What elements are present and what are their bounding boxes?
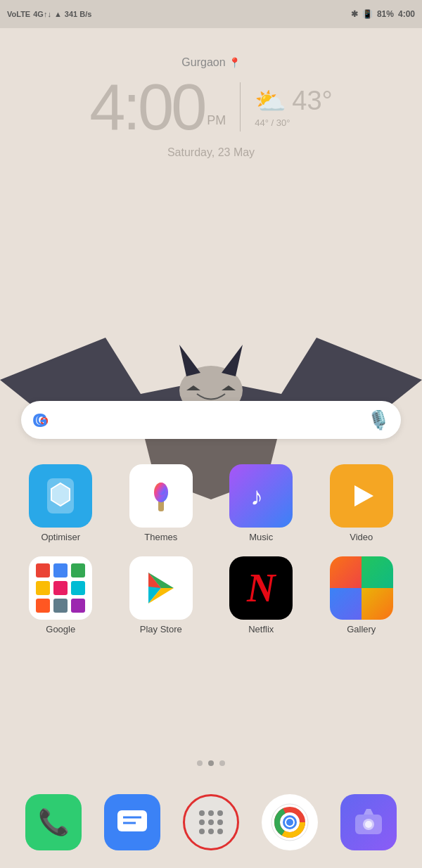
gallery-q2 (362, 556, 393, 588)
app-gallery[interactable]: Gallery (315, 556, 409, 634)
svg-marker-2 (222, 345, 243, 376)
google-label: Google (46, 624, 75, 634)
gallery-q4 (362, 588, 393, 620)
status-left: VoLTE 4G↑↓ ▲ 341 B/s (7, 10, 91, 18)
svg-point-42 (365, 821, 372, 828)
video-label: Video (350, 532, 373, 542)
svg-rect-20 (117, 810, 147, 831)
svg-marker-8 (51, 483, 70, 506)
page-dot-1 (197, 760, 203, 766)
svg-point-27 (208, 819, 214, 825)
app-music[interactable]: ♪ Music (215, 464, 308, 542)
playstore-label: Play Store (140, 624, 182, 634)
status-bar: VoLTE 4G↑↓ ▲ 341 B/s ✱ 📳 81% 4:00 (0, 0, 422, 28)
video-icon (330, 464, 393, 528)
carrier-icon: VoLTE (7, 10, 30, 18)
music-icon: ♪ (229, 464, 293, 528)
camera-icon (340, 794, 397, 850)
svg-point-23 (199, 810, 205, 816)
app-netflix[interactable]: N Netflix (215, 556, 308, 634)
app-google[interactable]: Google (14, 556, 108, 634)
gallery-q3 (330, 588, 362, 620)
gallery-label: Gallery (347, 624, 376, 634)
weather-icon: ⛅ (255, 87, 286, 116)
svg-point-26 (199, 819, 205, 825)
optimiser-icon (29, 464, 92, 528)
dock-camera[interactable] (340, 794, 397, 850)
dock-app-drawer[interactable] (183, 794, 239, 850)
ampm-label: PM (207, 113, 226, 128)
app-drawer-icon (183, 794, 239, 850)
page-dot-3 (219, 760, 225, 766)
weather-top: ⛅ 43° (255, 86, 332, 116)
gallery-q1 (330, 556, 362, 588)
battery-label: 81% (377, 9, 394, 19)
svg-text:♪: ♪ (250, 482, 263, 511)
themes-icon (129, 464, 193, 528)
netflix-icon: N (229, 556, 293, 620)
temperature-range: 44° / 30° (255, 117, 290, 128)
time-display: 4:00 (89, 75, 204, 139)
time-label: 4:00 (398, 9, 415, 19)
svg-point-28 (217, 819, 223, 825)
svg-marker-14 (354, 485, 373, 506)
speed-label: 341 B/s (65, 10, 92, 18)
svg-point-38 (286, 819, 293, 826)
app-grid: Optimiser Themes (0, 457, 422, 642)
gallery-icon (330, 556, 393, 620)
weather-block: ⛅ 43° 44° / 30° (255, 86, 332, 128)
mic-icon[interactable]: 🎙️ (367, 409, 390, 431)
svg-point-24 (208, 810, 214, 816)
wifi-icon: ▲ (54, 10, 62, 18)
location-icon: 📍 (229, 57, 241, 68)
clock-widget: Gurgaon 📍 4:00 PM ⛅ 43° 44° / 30° Saturd… (0, 56, 422, 159)
temperature-main: 43° (292, 86, 332, 116)
dock-chrome[interactable] (262, 794, 318, 850)
status-right: ✱ 📳 81% 4:00 (351, 9, 415, 19)
app-video[interactable]: Video (315, 464, 409, 542)
svg-marker-40 (364, 809, 373, 815)
svg-point-31 (217, 829, 223, 834)
app-optimiser[interactable]: Optimiser (14, 464, 108, 542)
google-g-icon: G (32, 409, 55, 431)
app-playstore[interactable]: Play Store (115, 556, 208, 634)
bluetooth-icon: ✱ (351, 9, 358, 19)
time-block: 4:00 PM (89, 75, 226, 139)
dock-messages[interactable] (104, 794, 160, 850)
page-dots (0, 760, 422, 766)
page-dot-2 (208, 760, 214, 766)
netflix-label: Netflix (248, 624, 274, 634)
vibrate-icon: 📳 (362, 9, 373, 19)
location-label: Gurgaon 📍 (0, 56, 422, 69)
svg-point-11 (156, 483, 166, 495)
date-label: Saturday, 23 May (0, 146, 422, 159)
themes-label: Themes (144, 532, 177, 542)
dock-phone[interactable]: 📞 (25, 794, 82, 850)
svg-point-29 (199, 829, 205, 834)
optimiser-label: Optimiser (41, 532, 80, 542)
messages-icon (104, 794, 160, 850)
music-label: Music (249, 532, 273, 542)
signal-icon: 4G↑↓ (33, 10, 51, 18)
svg-text:G: G (32, 409, 48, 431)
phone-icon: 📞 (25, 794, 82, 850)
playstore-icon (129, 556, 193, 620)
chrome-icon (262, 794, 318, 850)
app-themes[interactable]: Themes (115, 464, 208, 542)
time-weather-divider (240, 82, 241, 132)
search-bar[interactable]: G o G 🎙️ (21, 401, 401, 439)
svg-marker-1 (179, 345, 200, 376)
google-icon (29, 556, 92, 620)
svg-point-30 (208, 829, 214, 834)
bottom-dock: 📞 (0, 794, 422, 850)
svg-point-25 (217, 810, 223, 816)
clock-row: 4:00 PM ⛅ 43° 44° / 30° (0, 75, 422, 139)
